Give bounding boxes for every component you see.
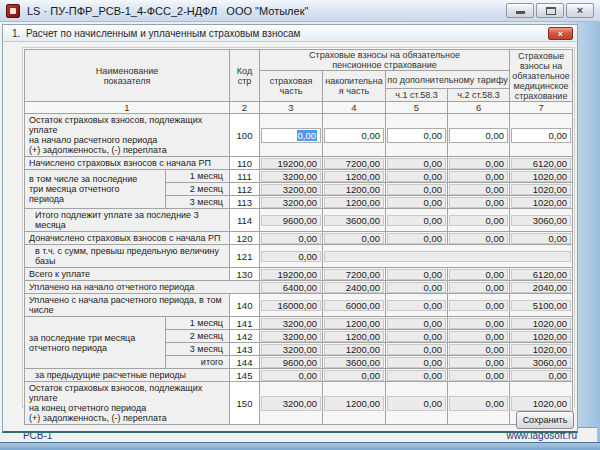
value-field[interactable]: 1200,00 [324, 197, 384, 208]
value-field[interactable]: 9600,00 [261, 357, 321, 368]
value-field[interactable]: 1200,00 [324, 171, 384, 182]
value-field[interactable]: 1200,00 [324, 184, 384, 195]
value-field[interactable]: 0,00 [511, 233, 571, 244]
value-field[interactable]: 0,00 [387, 370, 446, 381]
value-field[interactable]: 3600,00 [324, 357, 384, 368]
value-field[interactable]: 0,00 [387, 197, 446, 208]
value-field[interactable]: 0,00 [511, 128, 571, 143]
close-button[interactable]: × [566, 3, 594, 18]
value-cell: 0,00 [448, 330, 510, 343]
value-field[interactable]: 0,00 [449, 128, 508, 143]
close-icon: × [549, 28, 572, 40]
value-field[interactable]: 0,00 [261, 370, 321, 381]
titlebar: LS · ПУ-ПФР_РСВ-1_4-ФСС_2-НДФЛ ООО "Моты… [0, 0, 600, 22]
value-field[interactable]: 1020,00 [511, 344, 571, 355]
value-field[interactable]: 0,00 [387, 158, 446, 169]
table-header: Наименование показателя Код стр Страховы… [25, 50, 573, 114]
value-field[interactable]: 1200,00 [324, 331, 384, 342]
value-field[interactable]: 0,00 [387, 282, 446, 293]
value-field[interactable]: 0,00 [324, 233, 384, 244]
value-field[interactable]: 0,00 [511, 370, 571, 381]
maximize-button[interactable] [536, 3, 564, 18]
value-field[interactable]: 0,00 [449, 396, 508, 411]
value-field[interactable]: 6120,00 [511, 269, 571, 280]
value-field[interactable]: 0,00 [324, 370, 384, 381]
value-field[interactable]: 0,00 [324, 128, 384, 143]
value-field[interactable]: 7200,00 [324, 158, 384, 169]
value-field[interactable]: 3200,00 [261, 331, 321, 342]
value-field[interactable]: 6120,00 [511, 158, 571, 169]
value-field[interactable]: 0,00 [387, 300, 446, 311]
value-field[interactable]: 0,00 [387, 184, 446, 195]
value-field[interactable]: 0,00 [449, 171, 508, 182]
value-field[interactable]: 0,00 [387, 215, 446, 226]
value-field[interactable]: 6400,00 [261, 282, 321, 293]
value-cell: 1200,00 [323, 330, 386, 343]
value-field[interactable]: 0,00 [387, 171, 446, 182]
value-field[interactable]: 3600,00 [324, 215, 384, 226]
value-field[interactable]: 7200,00 [324, 269, 384, 280]
value-field[interactable]: 0,00 [449, 233, 508, 244]
save-button[interactable]: Сохранить [516, 411, 574, 429]
value-field[interactable]: 0,00 [449, 184, 508, 195]
value-field[interactable]: 2400,00 [324, 282, 384, 293]
value-field[interactable]: 3200,00 [261, 318, 321, 329]
value-field[interactable]: 1200,00 [324, 318, 384, 329]
value-field[interactable]: 0,00 [449, 344, 508, 355]
value-field[interactable]: 0,00 [387, 357, 446, 368]
value-field[interactable]: 3200,00 [261, 344, 321, 355]
value-field[interactable]: 3200,00 [261, 171, 321, 182]
row-code-cell: 142 [230, 330, 260, 343]
value-cell: 1020,00 [510, 317, 573, 330]
value-cell: 0,00 [386, 317, 448, 330]
value-cell: 3200,00 [260, 317, 323, 330]
value-field[interactable]: 3060,00 [511, 215, 571, 226]
value-field[interactable]: 0,00 [387, 233, 446, 244]
value-field[interactable]: 1020,00 [511, 331, 571, 342]
dialog-body: Наименование показателя Код стр Страховы… [3, 42, 577, 433]
value-field[interactable]: 6000,00 [324, 300, 384, 311]
value-field[interactable]: 1020,00 [511, 318, 571, 329]
value-field[interactable]: 0,00 [449, 282, 508, 293]
value-field[interactable]: 0,00 [449, 300, 508, 311]
value-field[interactable]: 9600,00 [261, 215, 321, 226]
value-field[interactable]: 0,00 [261, 251, 321, 262]
value-field[interactable]: 2040,00 [511, 282, 571, 293]
value-field[interactable]: 0,00 [449, 158, 508, 169]
value-field[interactable]: 0,00 [449, 357, 508, 368]
value-field[interactable]: 3200,00 [261, 184, 321, 195]
value-field[interactable]: 1200,00 [324, 396, 384, 411]
value-field[interactable]: 1020,00 [511, 396, 571, 411]
value-field[interactable]: 0,00 [449, 197, 508, 208]
value-field[interactable]: 3200,00 [261, 197, 321, 208]
value-field[interactable]: 0,00 [387, 344, 446, 355]
value-field[interactable]: 3060,00 [511, 357, 571, 368]
value-field[interactable]: 19200,00 [261, 158, 321, 169]
value-field[interactable]: 0,00 [387, 269, 446, 280]
value-field[interactable]: 0,00 [261, 233, 321, 244]
value-field[interactable]: 1020,00 [511, 184, 571, 195]
value-field[interactable]: 3200,00 [261, 396, 321, 411]
value-field[interactable]: 0,00 [387, 331, 446, 342]
value-field[interactable]: 1020,00 [511, 197, 571, 208]
value-field[interactable]: 5100,00 [511, 300, 571, 311]
minimize-button[interactable] [506, 3, 534, 18]
value-field[interactable]: 0,00 [449, 370, 508, 381]
value-cell: 16000,00 [260, 294, 323, 317]
column-number: 7 [510, 102, 573, 114]
value-cell: 1200,00 [323, 183, 386, 196]
value-field[interactable]: 0,00 [449, 269, 508, 280]
value-field[interactable]: 0,00 [387, 318, 446, 329]
value-field[interactable]: 19200,00 [261, 269, 321, 280]
dialog-close-button[interactable]: × [548, 27, 573, 40]
value-field[interactable]: 16000,00 [261, 300, 321, 311]
value-field[interactable]: 0,00 [261, 128, 321, 143]
value-field[interactable]: 1020,00 [511, 171, 571, 182]
value-cell: 0,00 [323, 114, 386, 157]
value-field[interactable]: 0,00 [449, 318, 508, 329]
value-field[interactable]: 0,00 [387, 396, 446, 411]
value-field[interactable]: 0,00 [387, 128, 446, 143]
value-field[interactable]: 1200,00 [324, 344, 384, 355]
value-field[interactable]: 0,00 [449, 215, 508, 226]
value-field[interactable]: 0,00 [449, 331, 508, 342]
